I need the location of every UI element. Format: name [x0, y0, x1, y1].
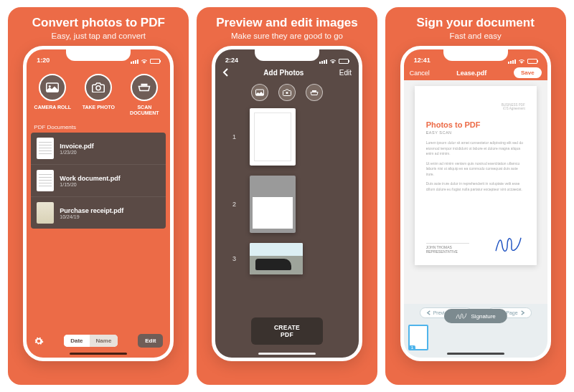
doc-header: BUSINESS PDFiOS Agreement — [426, 103, 525, 110]
list-item[interactable]: 3 — [215, 243, 359, 274]
list-item[interactable]: Work document.pdf 1/15/20 — [31, 165, 166, 197]
camera-icon — [92, 82, 105, 92]
phone-frame: 2:24 Add Photos Edit — [212, 46, 362, 361]
status-time: 12:41 — [414, 57, 430, 64]
take-photo-button[interactable]: TAKE PHOTO — [78, 74, 118, 115]
camera-roll-button[interactable] — [251, 84, 268, 101]
page-thumbnail[interactable]: 1 — [408, 325, 428, 350]
sort-segment: Date Name — [64, 335, 118, 347]
svg-rect-3 — [141, 84, 148, 86]
list-item[interactable]: Invoice.pdf 1/23/20 — [31, 133, 166, 165]
battery-icon — [150, 59, 160, 64]
card-title: Sign your document — [416, 16, 534, 30]
list-item[interactable]: 1 — [215, 108, 359, 166]
doc-thumbnail — [37, 170, 54, 191]
image-icon — [46, 82, 59, 92]
list-item[interactable]: 2 — [215, 176, 359, 233]
notch — [255, 49, 319, 61]
screen-preview: 2:24 Add Photos Edit — [215, 49, 359, 358]
take-photo-button[interactable] — [278, 84, 296, 101]
card-title: Preview and edit images — [216, 16, 357, 30]
signal-icon — [319, 59, 327, 64]
edit-button[interactable]: Edit — [339, 69, 352, 77]
card-header: Preview and edit images Make sure they a… — [212, 7, 362, 46]
page-thumbnail — [250, 243, 303, 274]
card-title: Convert photos to PDF — [32, 16, 165, 30]
scan-document-button[interactable] — [306, 84, 323, 101]
battery-icon — [527, 59, 537, 64]
gear-icon[interactable] — [34, 336, 44, 346]
wifi-icon — [141, 59, 148, 64]
image-icon — [255, 89, 264, 96]
card-subtitle: Make sure they are good to go — [216, 32, 357, 40]
scanner-icon — [138, 83, 151, 92]
list-item[interactable]: Purchase receipt.pdf 10/24/19 — [31, 197, 166, 229]
page-list: 1 2 3 — [215, 108, 359, 282]
card-header: Sign your document Fast and easy — [412, 7, 538, 46]
nav-bar: Add Photos Edit — [215, 65, 359, 80]
doc-paragraph: Duis aute irure dolor in reprehenderit i… — [426, 181, 525, 192]
promo-card-2: Preview and edit images Make sure they a… — [197, 7, 377, 385]
card-subtitle: Fast and easy — [416, 32, 534, 40]
status-right — [319, 59, 349, 64]
chevron-left-icon — [222, 68, 228, 77]
nav-title: Add Photos — [263, 69, 304, 77]
chevron-right-icon — [520, 310, 525, 315]
signer-name: JOHN THOMASREPRESENTATIVE — [426, 243, 469, 254]
card-header: Convert photos to PDF Easy, just tap and… — [28, 7, 169, 46]
svg-point-1 — [49, 85, 51, 87]
promo-card-1: Convert photos to PDF Easy, just tap and… — [8, 7, 189, 385]
svg-point-2 — [96, 86, 100, 90]
chevron-left-icon — [426, 310, 431, 315]
screen-sign: 12:41 Cancel Lease.pdf Save BUSINESS PDF… — [404, 49, 547, 358]
signal-icon — [131, 59, 138, 64]
promo-card-3: Sign your document Fast and easy 12:41 C… — [385, 7, 566, 385]
signal-icon — [508, 59, 516, 64]
scan-document-button[interactable]: SCAN DOCUMENT — [124, 74, 164, 115]
signature-area: JOHN THOMASREPRESENTATIVE — [426, 235, 525, 254]
home-indicator — [258, 353, 316, 355]
action-row: CAMERA ROLL TAKE PHOTO SCAN DOCUMENT — [27, 65, 170, 120]
status-time: 1:20 — [37, 57, 50, 64]
wifi-icon — [329, 59, 337, 64]
home-indicator — [447, 353, 504, 355]
wifi-icon — [518, 59, 525, 64]
cancel-button[interactable]: Cancel — [410, 70, 430, 77]
nav-bar: Cancel Lease.pdf Save — [404, 65, 547, 80]
doc-paragraph: Lorem ipsum dolor sit amet consectetur a… — [426, 140, 525, 157]
bottom-bar: Date Name Edit — [27, 334, 170, 348]
battery-icon — [339, 59, 349, 64]
home-indicator — [70, 353, 127, 355]
doc-thumbnail — [37, 138, 54, 159]
document-page: BUSINESS PDFiOS Agreement Photos to PDF … — [415, 86, 537, 265]
status-right — [131, 59, 160, 64]
document-viewer[interactable]: BUSINESS PDFiOS Agreement Photos to PDF … — [404, 80, 547, 304]
doc-paragraph: Ut enim ad minim veniam quis nostrud exe… — [426, 161, 525, 178]
signature-button[interactable]: Signature — [444, 309, 507, 323]
doc-subheading: EASY SCAN — [426, 130, 525, 135]
signature-icon — [494, 235, 525, 254]
sort-date-button[interactable]: Date — [64, 335, 89, 347]
notch — [443, 49, 508, 61]
status-right — [508, 59, 537, 64]
page-thumbnail — [250, 176, 296, 233]
status-time: 2:24 — [225, 57, 238, 64]
source-icons — [215, 80, 359, 108]
signature-icon — [456, 312, 467, 320]
document-list: Invoice.pdf 1/23/20 Work document.pdf 1/… — [31, 133, 166, 229]
camera-roll-button[interactable]: CAMERA ROLL — [32, 74, 72, 115]
doc-thumbnail — [37, 202, 54, 224]
card-subtitle: Easy, just tap and convert — [32, 32, 165, 40]
svg-rect-6 — [312, 90, 316, 92]
save-button[interactable]: Save — [514, 67, 542, 78]
scanner-icon — [310, 90, 319, 96]
sort-name-button[interactable]: Name — [90, 335, 118, 347]
svg-point-5 — [286, 92, 288, 94]
page-thumbnail — [250, 108, 296, 166]
edit-button[interactable]: Edit — [138, 334, 163, 348]
phone-frame: 12:41 Cancel Lease.pdf Save BUSINESS PDF… — [400, 46, 551, 361]
screen-convert: 1:20 CAMERA ROLL TAKE PHOTO — [27, 49, 170, 358]
create-pdf-button[interactable]: CREATE PDF — [251, 317, 323, 345]
back-button[interactable] — [222, 68, 228, 77]
phone-frame: 1:20 CAMERA ROLL TAKE PHOTO — [23, 46, 174, 361]
